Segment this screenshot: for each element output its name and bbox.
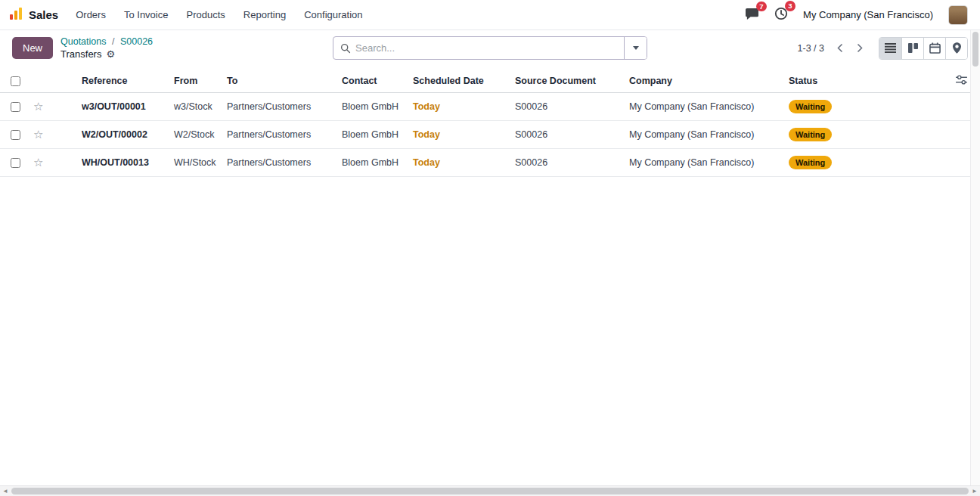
- menu-reporting[interactable]: Reporting: [243, 6, 287, 23]
- status-badge: Waiting: [789, 100, 832, 113]
- top-navbar: Sales Orders To Invoice Products Reporti…: [0, 0, 980, 30]
- cell-company[interactable]: My Company (San Francisco): [623, 148, 783, 176]
- table-row[interactable]: ☆ w3/OUT/00001 w3/Stock Partners/Custome…: [0, 92, 980, 120]
- menu-orders[interactable]: Orders: [75, 6, 107, 23]
- horizontal-scrollbar[interactable]: ◄ ►: [0, 485, 980, 496]
- column-header-scheduled-date[interactable]: Scheduled Date: [407, 70, 509, 93]
- breadcrumb-separator: /: [112, 36, 114, 47]
- row-checkbox[interactable]: [11, 158, 20, 168]
- cell-source-document[interactable]: S00026: [509, 148, 623, 176]
- cell-contact[interactable]: Bloem GmbH: [336, 120, 407, 148]
- user-avatar[interactable]: [948, 5, 968, 25]
- menu-to-invoice[interactable]: To Invoice: [123, 6, 169, 23]
- breadcrumb: Quotations / S00026 Transfers ⚙: [60, 36, 153, 60]
- breadcrumb-s00026-link[interactable]: S00026: [120, 36, 153, 47]
- pager-range: 1-3 / 3: [798, 43, 824, 54]
- cell-source-document[interactable]: S00026: [509, 120, 623, 148]
- chevron-right-icon: [857, 43, 863, 53]
- view-calendar-button[interactable]: [923, 38, 945, 59]
- cell-from[interactable]: WH/Stock: [168, 148, 221, 176]
- cell-company[interactable]: My Company (San Francisco): [623, 92, 783, 120]
- vertical-scrollbar[interactable]: [970, 30, 980, 485]
- cell-from[interactable]: W2/Stock: [168, 120, 221, 148]
- column-header-star: [27, 70, 47, 93]
- breadcrumb-area: New Quotations / S00026 Transfers ⚙: [12, 36, 324, 60]
- cell-to[interactable]: Partners/Customers: [221, 148, 336, 176]
- list-view-icon: [885, 43, 896, 53]
- column-header-to[interactable]: To: [221, 70, 336, 93]
- horizontal-scrollbar-thumb[interactable]: [11, 488, 969, 494]
- scroll-left-arrow-icon[interactable]: ◄: [0, 486, 11, 496]
- navbar-right: 7 3 My Company (San Francisco): [745, 5, 971, 25]
- map-view-icon: [953, 42, 961, 54]
- app-name[interactable]: Sales: [29, 8, 58, 21]
- cell-scheduled-date[interactable]: Today: [407, 120, 509, 148]
- column-header-status[interactable]: Status: [783, 70, 950, 93]
- cell-to[interactable]: Partners/Customers: [221, 92, 336, 120]
- status-badge: Waiting: [789, 156, 832, 169]
- cell-reference[interactable]: W2/OUT/00002: [47, 120, 168, 148]
- table-row[interactable]: ☆ WH/OUT/00013 WH/Stock Partners/Custome…: [0, 148, 980, 176]
- control-panel: New Quotations / S00026 Transfers ⚙: [0, 30, 980, 65]
- column-header-contact[interactable]: Contact: [336, 70, 407, 93]
- sliders-icon: [956, 75, 967, 85]
- breadcrumb-quotations-link[interactable]: Quotations: [60, 36, 106, 47]
- scroll-right-arrow-icon[interactable]: ►: [969, 486, 980, 496]
- company-switcher[interactable]: My Company (San Francisco): [803, 9, 933, 20]
- table-row[interactable]: ☆ W2/OUT/00002 W2/Stock Partners/Custome…: [0, 120, 980, 148]
- pager-previous-button[interactable]: [832, 42, 848, 54]
- pager-area: 1-3 / 3: [656, 37, 968, 60]
- search-icon: [340, 43, 351, 54]
- search-area: [333, 36, 647, 60]
- cell-reference[interactable]: w3/OUT/00001: [47, 92, 168, 120]
- column-header-source-document[interactable]: Source Document: [509, 70, 623, 93]
- chevron-left-icon: [837, 43, 843, 53]
- menu-products[interactable]: Products: [185, 6, 225, 23]
- search-dropdown-toggle[interactable]: [624, 37, 647, 59]
- row-checkbox[interactable]: [11, 130, 20, 140]
- sales-app-icon: [9, 7, 23, 23]
- cell-scheduled-date[interactable]: Today: [407, 92, 509, 120]
- cell-company[interactable]: My Company (San Francisco): [623, 120, 783, 148]
- table-header-row: Reference From To Contact Scheduled Date…: [0, 70, 980, 93]
- favorite-star-icon[interactable]: ☆: [33, 128, 43, 141]
- column-header-company[interactable]: Company: [623, 70, 783, 93]
- app-switcher[interactable]: Sales: [9, 7, 58, 23]
- row-checkbox[interactable]: [11, 102, 20, 112]
- view-map-button[interactable]: [945, 38, 967, 59]
- view-list-button[interactable]: [879, 38, 901, 59]
- navbar-left: Sales Orders To Invoice Products Reporti…: [9, 6, 364, 23]
- new-button[interactable]: New: [12, 37, 53, 59]
- cell-contact[interactable]: Bloem GmbH: [336, 92, 407, 120]
- cell-reference[interactable]: WH/OUT/00013: [47, 148, 168, 176]
- select-all-checkbox[interactable]: [11, 76, 20, 86]
- search-bar: [333, 36, 647, 60]
- kanban-view-icon: [908, 43, 918, 53]
- messages-button[interactable]: 7: [745, 8, 759, 23]
- view-kanban-button[interactable]: [901, 38, 923, 59]
- favorite-star-icon[interactable]: ☆: [33, 100, 43, 113]
- favorite-star-icon[interactable]: ☆: [33, 156, 43, 169]
- calendar-view-icon: [929, 42, 941, 54]
- column-header-reference[interactable]: Reference: [47, 70, 168, 93]
- status-badge: Waiting: [789, 128, 832, 141]
- cell-from[interactable]: w3/Stock: [168, 92, 221, 120]
- menu-configuration[interactable]: Configuration: [303, 6, 363, 23]
- search-input[interactable]: [355, 37, 624, 59]
- column-header-from[interactable]: From: [168, 70, 221, 93]
- cell-source-document[interactable]: S00026: [509, 92, 623, 120]
- messages-badge: 7: [756, 2, 767, 12]
- caret-down-icon: [633, 46, 639, 50]
- transfers-list: Reference From To Contact Scheduled Date…: [0, 70, 980, 177]
- cell-scheduled-date[interactable]: Today: [407, 148, 509, 176]
- cell-contact[interactable]: Bloem GmbH: [336, 148, 407, 176]
- page-title: Transfers: [60, 48, 101, 60]
- pager-next-button[interactable]: [851, 42, 868, 54]
- vertical-scrollbar-thumb[interactable]: [972, 32, 978, 67]
- gear-icon[interactable]: ⚙: [106, 48, 115, 60]
- activities-button[interactable]: 3: [774, 7, 788, 23]
- activities-badge: 3: [785, 1, 795, 11]
- cell-to[interactable]: Partners/Customers: [221, 120, 336, 148]
- view-switcher: [879, 37, 968, 60]
